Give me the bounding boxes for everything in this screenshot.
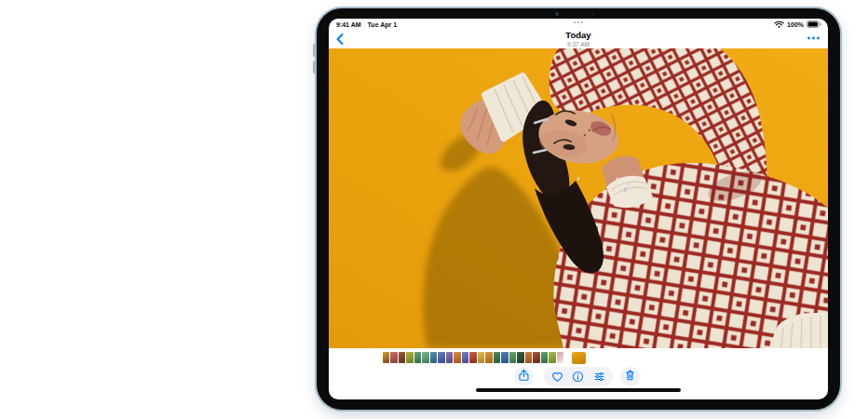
thumbnail[interactable]	[541, 352, 549, 363]
thumbnail[interactable]	[414, 352, 422, 363]
thumbnail[interactable]	[399, 352, 406, 363]
photo-scrubber[interactable]	[383, 351, 587, 364]
front-camera	[555, 12, 559, 16]
action-pill	[544, 367, 613, 386]
delete-button[interactable]	[620, 367, 640, 386]
thumbnail[interactable]	[462, 352, 469, 363]
thumbnail[interactable]	[509, 352, 517, 363]
battery-full-icon	[807, 20, 821, 29]
thumbnail[interactable]	[446, 352, 454, 363]
screen: 9:41 AM Tue Apr 1 100%	[329, 19, 828, 399]
thumbnail[interactable]	[422, 352, 429, 363]
thumbnail[interactable]	[494, 352, 501, 363]
heart-icon	[550, 372, 564, 386]
more-button[interactable]	[807, 34, 821, 43]
thumbnail[interactable]	[525, 352, 533, 363]
thumbnail[interactable]	[438, 352, 445, 363]
trash-icon	[623, 368, 637, 385]
thumbnail[interactable]	[501, 352, 509, 363]
battery-percent: 100%	[787, 21, 804, 28]
status-date: Tue Apr 1	[368, 21, 398, 28]
info-button[interactable]	[571, 370, 585, 384]
volume-up-button[interactable]	[313, 44, 317, 57]
share-button[interactable]	[514, 367, 534, 386]
page-title: Today	[329, 30, 828, 40]
thumbnail[interactable]	[390, 352, 398, 363]
thumbnail[interactable]	[454, 352, 461, 363]
favorite-button[interactable]	[550, 370, 564, 384]
multitask-grabber-icon[interactable]	[574, 21, 583, 23]
title-block: Today 9:37 AM	[329, 30, 828, 47]
share-icon	[517, 368, 531, 385]
ipad-device: 9:41 AM Tue Apr 1 100%	[317, 8, 840, 410]
thumbnail[interactable]	[478, 352, 485, 363]
photo-timestamp: 9:37 AM	[329, 41, 828, 47]
status-time: 9:41 AM	[336, 21, 361, 28]
thumbnail[interactable]	[557, 352, 564, 363]
info-icon	[571, 372, 585, 386]
navigation-bar: Today 9:37 AM	[329, 30, 828, 48]
wifi-icon	[774, 20, 784, 29]
toolbar	[329, 367, 828, 387]
thumbnail[interactable]	[430, 352, 438, 363]
photo-view[interactable]	[329, 48, 828, 348]
thumbnail[interactable]	[469, 352, 477, 363]
thumbnail[interactable]	[485, 352, 493, 363]
thumbnail[interactable]	[406, 352, 414, 363]
adjust-sliders-icon	[592, 372, 606, 386]
volume-down-button[interactable]	[313, 61, 317, 74]
light-sensor	[591, 13, 594, 16]
thumbnail-selected[interactable]	[572, 352, 586, 364]
page: 9:41 AM Tue Apr 1 100%	[0, 0, 868, 419]
thumbnail[interactable]	[517, 352, 524, 363]
adjust-button[interactable]	[592, 370, 606, 384]
ellipsis-icon	[807, 32, 821, 46]
thumbnail[interactable]	[549, 352, 556, 363]
thumbnail[interactable]	[383, 352, 390, 363]
thumbnail[interactable]	[533, 352, 540, 363]
home-indicator[interactable]	[476, 388, 681, 392]
